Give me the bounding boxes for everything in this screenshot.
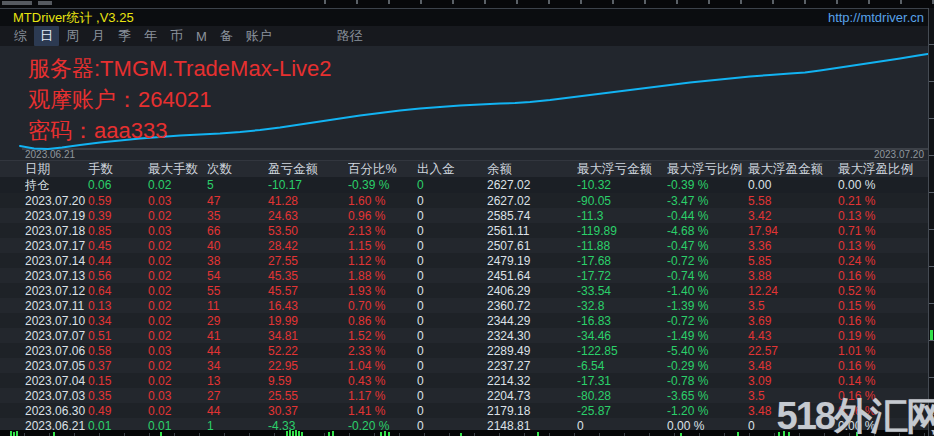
table-row[interactable]: 2023.07.040.150.02139.590.43 %02214.32-1… [0,373,934,388]
menu-item-M[interactable]: M [190,28,213,45]
menu-item-币[interactable]: 币 [164,26,189,46]
password-label: 密码：aaa333 [28,115,332,146]
cell: 35 [207,209,268,223]
table-row[interactable]: 2023.07.110.130.021116.430.70 %02360.72-… [0,298,934,313]
menu-item-月[interactable]: 月 [86,26,111,46]
account-info-overlay: 服务器:TMGM.TradeMax-Live2 观摩账户：264021 密码：a… [28,53,332,146]
cell: 0.70 % [348,299,417,313]
cell: 16.43 [268,299,348,313]
cell: 2023.07.11 [25,299,88,313]
cell: 2023.07.12 [25,284,88,298]
open-position-row[interactable]: 持仓0.060.025-10.17-0.39 %02627.02-10.32-0… [0,177,934,193]
background-text-fragment [2,1,32,5]
cell: 0 [417,404,487,418]
cell: 34 [207,359,268,373]
table-row[interactable]: 2023.07.100.340.022919.990.86 %02344.29-… [0,313,934,328]
app-title: MTDriver统计 ,V3.25 [13,9,134,27]
cell: 0.56 [88,269,148,283]
cell: 0.71 % [838,224,934,238]
table-row[interactable]: 2023.07.190.390.023524.630.96 %02585.74-… [0,208,934,223]
cell: 0.24 % [838,254,934,268]
cell: 2324.30 [487,329,577,343]
background-volume-tick [388,432,390,436]
cell: 0.02 [148,314,207,328]
table-row[interactable]: 2023.07.170.450.024028.421.15 %02507.61-… [0,238,934,253]
title-bar: MTDriver统计 ,V3.25 http://mtdriver.cn [0,8,934,26]
menu-item-综[interactable]: 综 [8,26,33,46]
cell: 40 [207,239,268,253]
menu-item-周[interactable]: 周 [60,26,85,46]
cell: 2023.07.19 [25,209,88,223]
cell: -0.39 % [348,178,417,192]
table-row[interactable]: 2023.07.070.510.024134.811.52 %02324.30-… [0,328,934,343]
column-header: 日期 [25,161,88,178]
cell: -11.3 [577,209,667,223]
background-volume-tick [380,432,382,436]
cell: 0.45 [88,239,148,253]
cell: -119.89 [577,224,667,238]
cell: 2.13 % [348,224,417,238]
cell: -1.40 % [667,284,748,298]
cell: 0.49 [88,404,148,418]
cell: 0.02 [148,269,207,283]
menu-item-path[interactable]: 路径 [331,26,369,46]
cell: 0.02 [148,329,207,343]
background-volume-tick [292,431,294,436]
cell: -0.44 % [667,209,748,223]
cell: 2023.07.07 [25,329,88,343]
table-row[interactable]: 2023.07.200.590.034741.281.60 %02627.02-… [0,193,934,208]
cell: 0 [417,178,487,192]
cell: 45.35 [268,269,348,283]
cell: 2561.11 [487,224,577,238]
cell: 2023.07.06 [25,344,88,358]
column-header: 百分比% [348,161,417,178]
background-volume-tick [384,431,386,436]
menu-item-日[interactable]: 日 [34,26,59,46]
cell: 53.50 [268,224,348,238]
cell: 2344.29 [487,314,577,328]
column-header: 最大浮亏金额 [577,161,667,178]
cell: -32.8 [577,299,667,313]
table-row[interactable]: 2023.07.120.640.025545.571.93 %02406.29-… [0,283,934,298]
table-row[interactable]: 2023.07.060.580.034452.222.33 %02289.49-… [0,343,934,358]
menu-item-账户[interactable]: 账户 [240,26,278,46]
table-row[interactable]: 2023.07.140.440.023827.551.12 %02479.19-… [0,253,934,268]
background-volume-tick [537,432,539,436]
menu-item-备[interactable]: 备 [214,26,239,46]
background-volume-tick [295,430,297,436]
menu-item-季[interactable]: 季 [112,26,137,46]
background-volume-tick [737,432,739,436]
cell: -11.88 [577,239,667,253]
cell: 0.00 [748,178,838,192]
table-header-row[interactable]: 日期手数最大手数次数盈亏金额百分比%出入金余额最大浮亏金额最大浮亏比例最大浮盈金… [0,160,934,177]
cell: 2406.29 [487,284,577,298]
cell: 0.58 [88,344,148,358]
table-row[interactable]: 2023.07.180.850.036653.502.13 %02561.11-… [0,223,934,238]
cell: 2023.07.20 [25,194,88,208]
cell: 0 [417,254,487,268]
cell: 2023.07.10 [25,314,88,328]
background-text-fragment [38,1,52,5]
cell: 0.64 [88,284,148,298]
cell: 38 [207,254,268,268]
cell: 47 [207,194,268,208]
table-row[interactable]: 2023.07.130.560.025445.351.88 %02451.64-… [0,268,934,283]
cell: 2214.32 [487,374,577,388]
cell: 3.69 [748,314,838,328]
cell: 0.16 % [838,314,934,328]
cell: 44 [207,344,268,358]
cell: -0.72 % [667,254,748,268]
cell: 0.15 [88,374,148,388]
table-row[interactable]: 2023.07.050.370.023422.951.04 %02237.27-… [0,358,934,373]
website-link[interactable]: http://mtdriver.cn [828,10,924,25]
cell: 2023.07.18 [25,224,88,238]
cell: 0.86 % [348,314,417,328]
cell: 1.60 % [348,194,417,208]
cell: 持仓 [25,177,88,194]
cell: 3.5 [748,299,838,313]
menu-item-年[interactable]: 年 [138,26,163,46]
menu-bar: 综日周月季年币M备账户路径 [0,26,934,46]
background-green-tick [930,330,933,340]
cell: 0 [417,374,487,388]
cell: 0.06 [88,178,148,192]
